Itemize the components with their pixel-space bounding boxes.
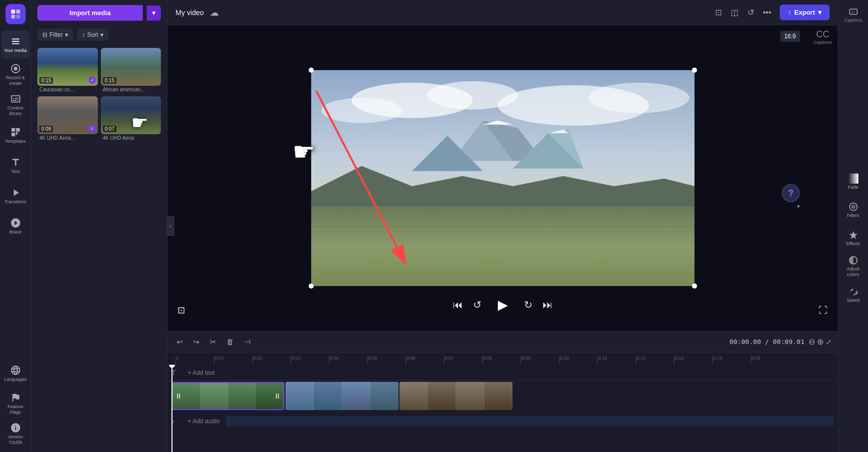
ruler-mark-9: |0:09 [520, 356, 559, 365]
corner-handle-tr[interactable] [692, 68, 697, 73]
media-thumb-clip1[interactable]: 0:15 ✓ Caucasian co... [37, 48, 98, 93]
expand-timeline-button[interactable]: ⤢ [826, 338, 832, 346]
sidebar-item-record-create[interactable]: Record &create [2, 61, 30, 89]
media-thumb-clip2[interactable]: 0:15 African american... [101, 48, 161, 93]
clip4-duration: 0:07 [103, 126, 117, 132]
sidebar-item-text[interactable]: Text [2, 151, 30, 180]
svg-rect-0 [11, 10, 15, 14]
ruler-mark-7: |0:07 [444, 356, 482, 365]
more-tools-button[interactable]: ••• [761, 6, 774, 20]
fullscreen-button[interactable]: ⛶ [819, 305, 828, 316]
right-item-filters[interactable]: Filters [840, 197, 866, 223]
timeline-clip-2[interactable] [285, 382, 398, 410]
media-grid: 0:15 ✓ Caucasian co... 0:15 African amer… [31, 44, 167, 146]
help-button[interactable]: ? [782, 184, 800, 202]
audio-track-row: ♪ + Add audio [167, 413, 838, 429]
app-logo [6, 4, 26, 24]
playhead[interactable] [171, 365, 172, 452]
sidebar-item-transitions[interactable]: Transitions [2, 182, 30, 210]
sidebar-item-languages[interactable]: Languages [2, 359, 30, 387]
undo-button[interactable]: ↩ [173, 335, 186, 349]
svg-point-11 [589, 83, 689, 113]
zoom-in-button[interactable]: ⊕ [817, 337, 824, 347]
crop-preview-button[interactable]: ⊡ [178, 305, 185, 316]
ruler-mark-11: |0:11 [597, 356, 635, 365]
svg-rect-21 [311, 206, 695, 286]
audio-waveform [226, 416, 834, 426]
redo-button[interactable]: ↪ [190, 335, 203, 349]
corner-handle-tl[interactable] [309, 68, 314, 73]
add-audio-button[interactable]: + Add audio [184, 416, 224, 427]
filter-button[interactable]: ⊟ Filter ▾ [37, 29, 73, 41]
sidebar-item-brand-kit[interactable]: Brand [2, 212, 30, 240]
clip2-frame2 [314, 382, 342, 410]
filter-icon: ⊟ [42, 31, 47, 38]
media-thumb-clip3[interactable]: 0:08 ✓ 4K UHD Aeria... [37, 96, 98, 142]
panel-chevron-down-icon[interactable]: ▾ [797, 203, 800, 210]
clip1-duration: 0:15 [39, 77, 53, 84]
clip4-label: 4K UHD Aeria [101, 134, 161, 142]
zoom-out-button[interactable]: ⊖ [808, 337, 815, 347]
sidebar-item-feature-flags[interactable]: FeatureFlags [2, 389, 30, 418]
skip-back-button[interactable]: ⏮ [453, 299, 463, 311]
project-title[interactable]: My video [176, 9, 204, 17]
media-thumb-clip4[interactable]: 0:07 4K UHD Aeria ☛ [101, 96, 161, 142]
timeline-clip-1[interactable]: ⏸ ⏸ [171, 382, 284, 410]
playback-controls: ⏮ ↺ ▶ ↻ ⏭ [453, 294, 553, 316]
corner-handle-br[interactable] [692, 284, 697, 289]
sidebar-item-version: Version73c5f8 [2, 420, 30, 448]
clip2-frame4 [370, 382, 398, 410]
crop-tool-button[interactable]: ⊡ [713, 5, 724, 20]
right-item-effects[interactable]: Effects [840, 225, 866, 251]
ruler-mark-3: |0:03 [291, 356, 329, 365]
sort-icon: ↕ [82, 31, 85, 38]
captions-area: CC Captions [814, 29, 832, 45]
aspect-ratio-badge: 16:9 [780, 31, 800, 40]
right-item-adjust-colors[interactable]: Adjustcolors [840, 253, 866, 279]
clip1-frames [172, 383, 283, 409]
clip1-pause-right: ⏸ [274, 392, 281, 400]
forward-button[interactable]: ↻ [524, 299, 533, 311]
corner-handle-bl[interactable] [309, 284, 314, 289]
cut-button[interactable]: ✂ [207, 335, 219, 349]
delete-button[interactable]: 🗑 [223, 335, 237, 348]
play-button[interactable]: ▶ [492, 294, 514, 316]
ruler-mark-15: |0:15 [750, 356, 789, 365]
sidebar-item-templates[interactable]: Templates [2, 121, 30, 149]
timeline-clip-3[interactable] [399, 382, 512, 410]
sort-button[interactable]: ↕ Sort ▾ [77, 29, 108, 41]
clip1-label: Caucasian co... [37, 86, 98, 93]
clip3-frame2 [428, 382, 456, 410]
trim-tool-button[interactable]: ◫ [728, 5, 741, 20]
import-media-dropdown[interactable]: ▼ [147, 6, 161, 21]
right-item-captions[interactable]: CC Captions [840, 4, 866, 26]
sidebar-item-content-library[interactable]: Contentlibrary [2, 91, 30, 119]
preview-frame [311, 70, 695, 286]
preview-video-svg [311, 70, 695, 286]
rewind-button[interactable]: ↺ [473, 299, 482, 311]
timeline-ruler: 0 |0:01 |0:02 |0:03 |0:04 |0:05 [167, 353, 838, 365]
clip2-duration: 0:15 [103, 77, 117, 84]
right-item-fade[interactable]: Fade [840, 168, 866, 195]
add-text-button[interactable]: + Add text [184, 367, 219, 378]
clip1-check: ✓ [89, 77, 96, 84]
panel-collapse-toggle[interactable]: ‹ [166, 216, 175, 236]
svg-rect-1 [16, 10, 20, 14]
rotate-tool-button[interactable]: ↺ [745, 5, 757, 20]
ruler-mark-8: |0:08 [482, 356, 520, 365]
split-button[interactable]: ⊣ [241, 335, 254, 349]
right-item-speed[interactable]: Speed [840, 281, 866, 308]
filter-chevron-icon: ▾ [65, 31, 68, 38]
sidebar-item-your-media[interactable]: Your media [2, 30, 30, 59]
top-bar: My video ☁ ⊡ ◫ ↺ ••• ↑ Export ▾ [167, 0, 838, 25]
top-bar-tools: ⊡ ◫ ↺ ••• [713, 5, 774, 20]
media-panel: Import media ▼ ⊟ Filter ▾ ↕ Sort ▾ 0:15 … [31, 0, 167, 452]
sort-chevron-icon: ▾ [100, 31, 103, 38]
export-button[interactable]: ↑ Export ▾ [780, 5, 830, 20]
clip3-duration: 0:08 [39, 126, 53, 132]
import-media-button[interactable]: Import media [37, 5, 143, 21]
clip3-frame1 [399, 382, 428, 410]
clip2-frame1 [285, 382, 314, 410]
ruler-mark-5: |0:05 [367, 356, 406, 365]
skip-forward-button[interactable]: ⏭ [543, 299, 553, 311]
